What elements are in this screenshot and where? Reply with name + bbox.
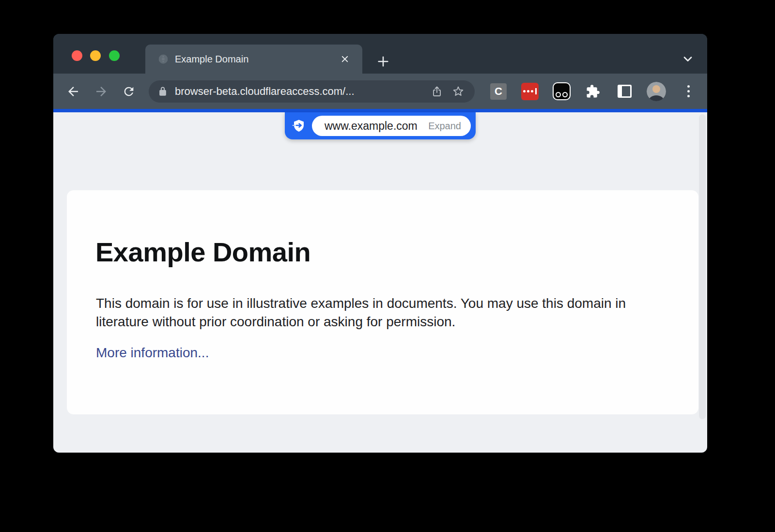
url-text: browser-beta.cloudflareaccess.com/... bbox=[175, 85, 424, 98]
vertical-scrollbar[interactable] bbox=[699, 114, 706, 419]
example-domain-card: Example Domain This domain is for use in… bbox=[67, 190, 698, 414]
isolation-accent-line bbox=[53, 109, 707, 112]
browser-tab[interactable]: Example Domain bbox=[145, 45, 362, 74]
tab-strip: Example Domain bbox=[53, 34, 707, 74]
shield-arrow-icon bbox=[292, 119, 306, 133]
minimize-window-button[interactable] bbox=[90, 50, 101, 61]
chevron-down-icon[interactable] bbox=[681, 52, 695, 66]
browser-toolbar: browser-beta.cloudflareaccess.com/... C bbox=[53, 74, 707, 109]
isolation-url-indicator[interactable]: www.example.com Expand bbox=[285, 112, 476, 139]
isolation-domain-pill[interactable]: www.example.com Expand bbox=[312, 116, 471, 136]
zoom-window-button[interactable] bbox=[109, 50, 120, 61]
extension-red-dots-icon[interactable] bbox=[521, 82, 539, 101]
back-button[interactable] bbox=[63, 81, 83, 102]
side-panel-icon[interactable] bbox=[615, 82, 634, 101]
share-icon[interactable] bbox=[428, 83, 446, 100]
close-window-button[interactable] bbox=[72, 50, 82, 61]
extensions-area: C bbox=[489, 82, 698, 101]
expand-button[interactable]: Expand bbox=[428, 121, 461, 132]
profile-avatar[interactable] bbox=[647, 82, 666, 101]
extensions-puzzle-icon[interactable] bbox=[584, 82, 602, 101]
page-paragraph: This domain is for use in illustrative e… bbox=[96, 294, 655, 331]
globe-favicon-icon bbox=[158, 54, 169, 64]
tab-title: Example Domain bbox=[175, 54, 338, 65]
reload-button[interactable] bbox=[119, 81, 139, 102]
forward-button[interactable] bbox=[91, 81, 111, 102]
lock-icon bbox=[157, 86, 168, 97]
page-title: Example Domain bbox=[95, 239, 310, 266]
browser-menu-icon[interactable] bbox=[679, 82, 698, 101]
page-viewport: www.example.com Expand Example Domain Th… bbox=[53, 112, 707, 453]
bookmark-star-icon[interactable] bbox=[450, 83, 467, 100]
isolated-domain-text: www.example.com bbox=[325, 120, 428, 133]
extension-dark-circles-icon[interactable] bbox=[552, 82, 571, 101]
browser-window: Example Domain browser-beta.cloudflareac bbox=[53, 34, 707, 453]
address-bar[interactable]: browser-beta.cloudflareaccess.com/... bbox=[149, 80, 475, 103]
tab-close-icon[interactable] bbox=[338, 52, 352, 66]
more-information-link[interactable]: More information... bbox=[96, 345, 209, 361]
extension-c-icon[interactable]: C bbox=[489, 82, 508, 101]
new-tab-button[interactable] bbox=[373, 51, 393, 72]
